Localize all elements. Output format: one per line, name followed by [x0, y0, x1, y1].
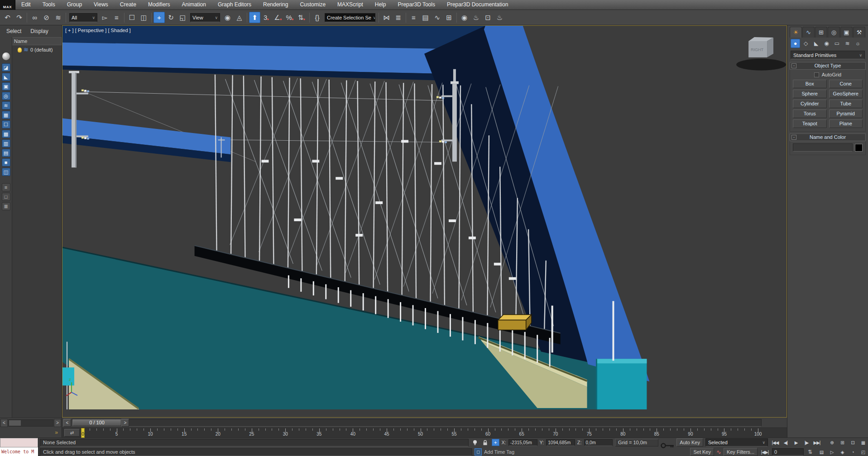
- scroll-left-button[interactable]: <: [0, 419, 8, 427]
- menu-graph-editors[interactable]: Graph Editors: [212, 0, 257, 10]
- tab-create-icon[interactable]: ☀: [790, 27, 802, 38]
- redo-icon[interactable]: ↷: [14, 12, 25, 23]
- align-icon[interactable]: ≣: [393, 12, 404, 23]
- geosphere-button[interactable]: GeoSphere: [829, 90, 863, 98]
- absolute-mode-toggle-icon[interactable]: +: [492, 439, 499, 446]
- menu-tools[interactable]: Tools: [37, 0, 61, 10]
- display-groups-icon[interactable]: ◫: [2, 168, 10, 176]
- tab-modify-icon[interactable]: ∿: [802, 27, 815, 38]
- display-containers-icon[interactable]: ▩: [2, 130, 10, 138]
- explorer-horizontal-scrollbar[interactable]: < >: [0, 418, 62, 428]
- menu-prepar3d-tools[interactable]: Prepar3D Tools: [392, 0, 441, 10]
- rectangular-selection-region-icon[interactable]: ☐: [126, 12, 138, 23]
- cone-button[interactable]: Cone: [829, 80, 863, 88]
- tab-motion-icon[interactable]: ◎: [828, 27, 840, 38]
- plane-button[interactable]: Plane: [829, 119, 863, 128]
- menu-customize[interactable]: Customize: [294, 0, 331, 10]
- selection-filter-combo[interactable]: All∨: [69, 13, 97, 22]
- menu-rendering[interactable]: Rendering: [257, 0, 294, 10]
- render-setup-icon[interactable]: ♨: [470, 12, 482, 23]
- object-type-rollout-header[interactable]: - Object Type: [790, 62, 866, 70]
- undo-icon[interactable]: ↶: [2, 12, 13, 23]
- snaps-toggle-3d-icon[interactable]: 3●: [261, 12, 272, 23]
- material-editor-icon[interactable]: ◉: [459, 12, 470, 23]
- rendered-frame-window-icon[interactable]: ⊡: [482, 12, 494, 23]
- orbit-view-icon[interactable]: ◔: [848, 448, 858, 456]
- menu-modifiers[interactable]: Modifiers: [142, 0, 176, 10]
- x-coord-field[interactable]: -2315,05m: [508, 439, 537, 446]
- z-coord-field[interactable]: 0,0m: [584, 439, 613, 446]
- pan-view-icon[interactable]: ◈: [837, 448, 847, 456]
- explorer-menu-select[interactable]: Select: [6, 28, 21, 34]
- list-view-icon[interactable]: ≣: [2, 202, 10, 210]
- reference-coordinate-system-combo[interactable]: View∨: [190, 13, 220, 22]
- display-frozen-icon[interactable]: ▥: [2, 139, 10, 147]
- display-helpers-icon[interactable]: ◎: [2, 92, 10, 100]
- select-and-move-icon[interactable]: +: [153, 12, 165, 23]
- frame-spinner[interactable]: ⇅: [806, 448, 814, 456]
- select-object-icon[interactable]: ▻: [99, 12, 110, 23]
- edit-named-selection-sets-icon[interactable]: {}: [312, 12, 323, 23]
- display-all-icon[interactable]: [2, 52, 10, 60]
- window-crossing-icon[interactable]: ◫: [138, 12, 149, 23]
- menu-create[interactable]: Create: [114, 0, 142, 10]
- maximize-viewport-toggle-icon[interactable]: ◰: [858, 448, 868, 456]
- selection-lock-icon[interactable]: [481, 439, 489, 446]
- menu-edit[interactable]: Edit: [15, 0, 37, 10]
- named-selection-sets-combo[interactable]: Create Selection Se∨: [325, 13, 375, 22]
- sort-list-icon[interactable]: ≡: [2, 183, 10, 191]
- selection-set-dropdown[interactable]: Selected ∨: [705, 438, 768, 446]
- sphere-button[interactable]: Sphere: [793, 90, 827, 98]
- percent-snap-toggle-icon[interactable]: %●: [284, 12, 296, 23]
- display-space-warps-icon[interactable]: ≋: [2, 101, 10, 109]
- tab-display-icon[interactable]: ▣: [840, 27, 853, 38]
- cylinder-button[interactable]: Cylinder: [793, 100, 827, 108]
- scroll-right-button[interactable]: >: [54, 419, 61, 427]
- render-production-icon[interactable]: ♨: [494, 12, 505, 23]
- mirror-icon[interactable]: ⋈: [381, 12, 392, 23]
- display-xrefs-icon[interactable]: ■: [2, 158, 10, 166]
- category-systems-icon[interactable]: ☼: [853, 39, 863, 48]
- time-configuration-icon[interactable]: ▤: [816, 448, 826, 456]
- maxscript-mini-listener[interactable]: Welcome to M: [0, 438, 39, 456]
- explorer-menu-display[interactable]: Display: [30, 28, 48, 34]
- listener-macro-row[interactable]: [0, 438, 38, 447]
- category-lights-icon[interactable]: ◣: [811, 39, 821, 48]
- layer-manager-icon[interactable]: ≡: [408, 12, 419, 23]
- explorer-overflow-chevrons[interactable]: »: [0, 428, 62, 437]
- unlink-selection-icon[interactable]: ⊘: [41, 12, 52, 23]
- select-and-rotate-icon[interactable]: ↻: [165, 12, 177, 23]
- menu-group[interactable]: Group: [61, 0, 88, 10]
- go-to-start-icon[interactable]: |◀◀: [770, 438, 780, 446]
- add-time-tag-icon[interactable]: ◻: [475, 448, 482, 456]
- curve-editor-icon[interactable]: ∿: [432, 12, 443, 23]
- track-bar[interactable]: ⇄ 05101520253035404550556065707580859095…: [62, 428, 787, 437]
- zoom-all-icon[interactable]: ⊞: [837, 438, 847, 446]
- listener-output-row[interactable]: Welcome to M: [0, 447, 38, 456]
- category-shapes-icon[interactable]: ◇: [801, 39, 810, 48]
- display-lights-icon[interactable]: ◣: [2, 73, 10, 81]
- display-cameras-icon[interactable]: ▣: [2, 82, 10, 90]
- current-frame-field[interactable]: 0: [772, 448, 804, 456]
- isolate-selection-icon[interactable]: [471, 439, 479, 446]
- tab-utilities-icon[interactable]: ⚒: [853, 27, 865, 38]
- play-animation-icon[interactable]: ▶: [791, 438, 801, 446]
- key-mode-toggle-icon[interactable]: |◀▶|: [760, 448, 770, 456]
- set-key-button[interactable]: Set Key: [690, 448, 714, 456]
- menu-help[interactable]: Help: [369, 0, 392, 10]
- name-column-header[interactable]: Name: [12, 37, 62, 45]
- display-bones-icon[interactable]: ☐: [2, 120, 10, 128]
- teapot-button[interactable]: Teapot: [793, 119, 827, 128]
- layer-visibility-icon[interactable]: [18, 48, 22, 52]
- keyboard-shortcut-override-icon[interactable]: ⬆: [249, 12, 260, 23]
- primitives-dropdown[interactable]: Standard Primitives ∨: [791, 51, 865, 59]
- category-space-warps-icon[interactable]: ≋: [843, 39, 852, 48]
- previous-frame-icon[interactable]: ◀|: [781, 438, 791, 446]
- max-logo[interactable]: MAX: [0, 0, 15, 10]
- category-geometry-icon[interactable]: ●: [791, 39, 800, 48]
- category-cameras-icon[interactable]: ◉: [822, 39, 831, 48]
- use-pivot-point-center-icon[interactable]: ◉: [222, 12, 233, 23]
- layer-row[interactable]: ≋ 0 (default): [12, 45, 62, 54]
- time-slider-handle[interactable]: 0 / 100: [72, 419, 121, 426]
- scene-explorer-toggle-icon[interactable]: ▤: [420, 12, 431, 23]
